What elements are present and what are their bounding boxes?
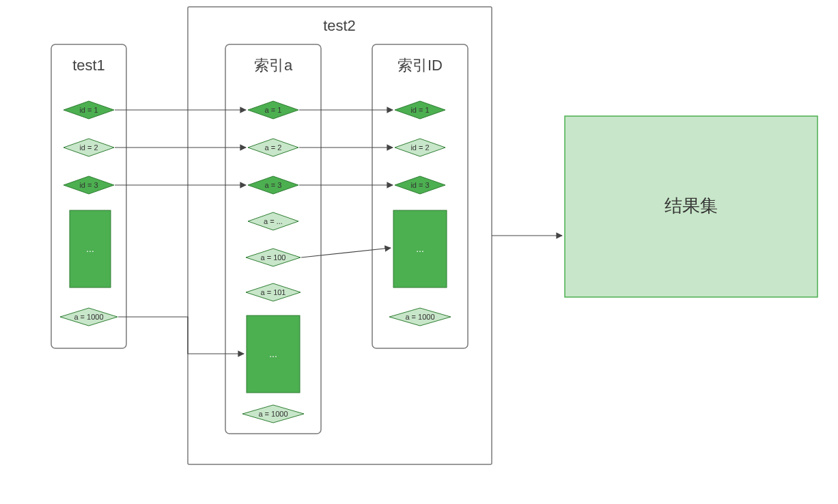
test1-node-3-label: id = 3 <box>79 181 98 189</box>
test1-title: test1 <box>72 57 105 74</box>
indexa-node-last-label: a = 1000 <box>258 410 288 418</box>
indexa-node-100-label: a = 100 <box>260 253 285 262</box>
indexid-node-3-label: id = 3 <box>410 181 429 189</box>
index-a-title: 索引a <box>254 57 293 74</box>
indexa-node-101-label: a = 101 <box>260 288 285 296</box>
indexid-node-2-label: id = 2 <box>410 143 429 152</box>
test1-node-2-label: id = 2 <box>79 143 98 152</box>
indexa-node-2-label: a = 2 <box>265 143 282 152</box>
diagram-canvas: test2 test1 索引a 索引ID 结果集 id = 1 id = 2 i… <box>0 0 838 504</box>
test1-node-1-label: id = 1 <box>79 106 98 114</box>
indexid-node-last-label: a = 1000 <box>405 313 434 321</box>
index-id-title: 索引ID <box>397 57 443 74</box>
container-index-id <box>372 44 468 348</box>
container-test1 <box>51 44 126 348</box>
test1-node-last-label: a = 1000 <box>74 313 103 321</box>
test2-title: test2 <box>323 17 356 34</box>
result-title: 结果集 <box>665 195 718 216</box>
indexid-ellipsis-label: ... <box>416 243 424 254</box>
test1-ellipsis-label: ... <box>86 243 94 254</box>
indexid-node-1-label: id = 1 <box>410 106 429 114</box>
indexa-node-dots-label: a = ... <box>264 217 283 225</box>
indexa-node-3-label: a = 3 <box>265 181 282 189</box>
indexa-node-1-label: a = 1 <box>265 106 282 114</box>
arrow-a100-id <box>301 248 391 257</box>
indexa-ellipsis-label: ... <box>269 348 277 359</box>
